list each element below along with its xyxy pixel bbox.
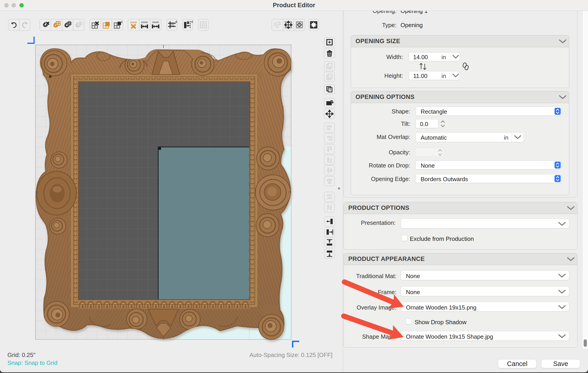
svg-text:3: 3 bbox=[329, 65, 331, 68]
svg-text:3: 3 bbox=[329, 76, 331, 79]
svg-text:?: ? bbox=[329, 88, 331, 91]
